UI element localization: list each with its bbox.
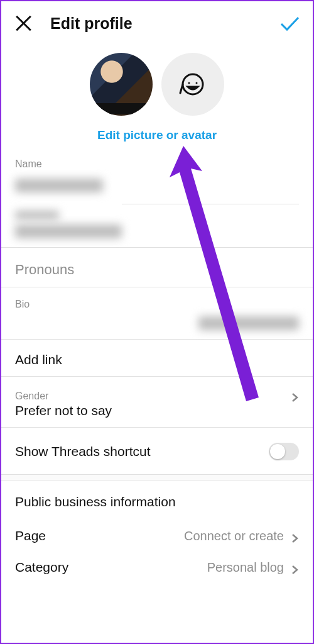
svg-point-2 [196, 82, 198, 84]
gender-row[interactable]: Gender Prefer not to say [15, 377, 299, 418]
username-value-redacted [15, 225, 122, 238]
category-label: Category [15, 560, 68, 575]
svg-point-0 [183, 74, 203, 94]
section-divider [1, 474, 313, 480]
divider [1, 339, 313, 340]
page-title: Edit profile [50, 14, 133, 33]
name-value-redacted [15, 179, 103, 192]
divider [1, 287, 313, 287]
divider [122, 204, 299, 204]
threads-shortcut-row: Show Threads shortcut [15, 443, 299, 460]
edit-picture-link[interactable]: Edit picture or avatar [1, 128, 313, 142]
public-business-header: Public business information [15, 494, 299, 509]
add-link-button[interactable]: Add link [15, 352, 299, 367]
threads-label: Show Threads shortcut [15, 444, 151, 459]
name-label: Name [15, 158, 299, 170]
page-label: Page [15, 528, 46, 543]
avatar-emoji-icon [179, 70, 207, 98]
page-row[interactable]: Page Connect or create [15, 528, 299, 543]
confirm-button[interactable] [279, 13, 300, 34]
check-icon [279, 13, 300, 34]
avatar-row [1, 53, 313, 116]
bio-value-redacted [198, 316, 299, 330]
divider [1, 247, 313, 248]
pronouns-field[interactable]: Pronouns [15, 262, 299, 278]
username-label-redacted [15, 211, 59, 219]
profile-photo[interactable] [90, 53, 153, 116]
avatar-option[interactable] [161, 53, 224, 116]
category-value: Personal blog [207, 560, 284, 575]
threads-toggle[interactable] [269, 443, 299, 460]
gender-label: Gender [15, 391, 112, 402]
chevron-right-icon [290, 563, 299, 572]
chevron-right-icon [290, 531, 299, 540]
close-icon[interactable] [14, 14, 33, 33]
chevron-right-icon [290, 393, 299, 402]
divider [1, 427, 313, 428]
header-bar: Edit profile [1, 1, 313, 40]
page-value: Connect or create [184, 529, 284, 543]
bio-label: Bio [15, 299, 299, 310]
toggle-knob [270, 444, 285, 459]
gender-value: Prefer not to say [15, 403, 112, 418]
svg-point-1 [188, 82, 190, 84]
category-row[interactable]: Category Personal blog [15, 560, 299, 575]
